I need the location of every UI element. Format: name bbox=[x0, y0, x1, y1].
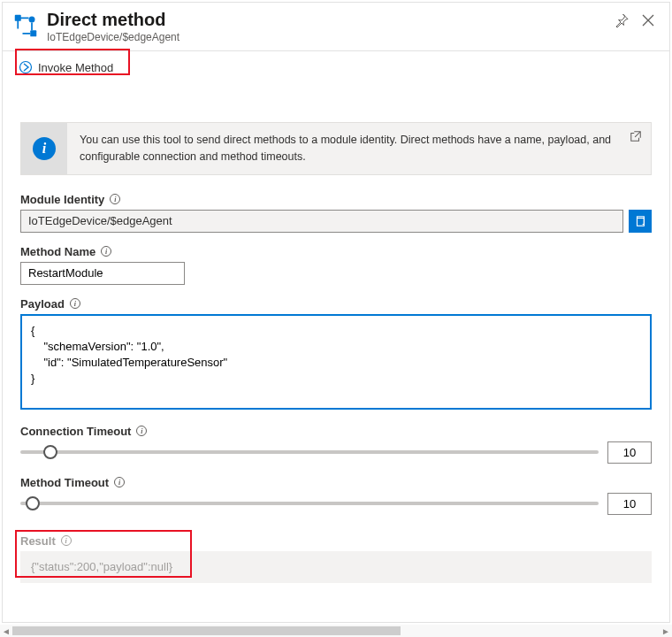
close-icon[interactable] bbox=[641, 13, 655, 27]
horizontal-scrollbar[interactable]: ◄ ► bbox=[0, 625, 672, 637]
payload-label: Payload bbox=[20, 297, 65, 311]
panel-content: i You can use this tool to send direct m… bbox=[3, 83, 669, 613]
scroll-right-icon[interactable]: ► bbox=[660, 625, 672, 637]
info-icon-box: i bbox=[21, 123, 67, 174]
info-text: You can use this tool to send direct met… bbox=[67, 123, 651, 174]
invoke-method-label: Invoke Method bbox=[38, 61, 113, 74]
result-field: Result i {"status":200,"payload":null} bbox=[20, 534, 652, 583]
module-identity-input bbox=[20, 210, 623, 233]
method-timeout-field: Method Timeout i bbox=[20, 476, 652, 515]
result-label: Result bbox=[20, 534, 56, 548]
svg-point-2 bbox=[29, 17, 35, 23]
info-icon: i bbox=[33, 137, 56, 160]
scroll-left-icon[interactable]: ◄ bbox=[0, 625, 12, 637]
tooltip-icon[interactable]: i bbox=[101, 246, 111, 257]
result-output: {"status":200,"payload":null} bbox=[20, 551, 652, 583]
svg-rect-0 bbox=[15, 15, 21, 21]
tooltip-icon[interactable]: i bbox=[114, 477, 125, 487]
copy-button[interactable] bbox=[629, 210, 652, 233]
panel-header: Direct method IoTEdgeDevice/$edgeAgent bbox=[3, 3, 669, 51]
toolbar: Invoke Method bbox=[3, 51, 669, 83]
scrollbar-thumb[interactable] bbox=[12, 626, 401, 635]
external-link-icon[interactable] bbox=[630, 130, 642, 142]
module-identity-field: Module Identity i bbox=[20, 193, 652, 233]
connection-timeout-label: Connection Timeout bbox=[20, 425, 131, 438]
slider-thumb[interactable] bbox=[26, 496, 40, 510]
svg-rect-1 bbox=[30, 30, 36, 36]
method-timeout-label: Method Timeout bbox=[20, 476, 109, 489]
direct-method-panel: Direct method IoTEdgeDevice/$edgeAgent I… bbox=[2, 2, 670, 623]
connection-timeout-field: Connection Timeout i bbox=[20, 425, 652, 464]
panel-subtitle: IoTEdgeDevice/$edgeAgent bbox=[47, 31, 615, 43]
iot-identity-icon bbox=[13, 13, 38, 38]
svg-point-3 bbox=[20, 62, 32, 73]
connection-timeout-value[interactable] bbox=[607, 441, 652, 464]
panel-title: Direct method bbox=[47, 10, 615, 30]
payload-field: Payload i bbox=[20, 297, 652, 412]
info-banner: i You can use this tool to send direct m… bbox=[20, 122, 652, 175]
tooltip-icon[interactable]: i bbox=[70, 298, 80, 309]
method-name-input[interactable] bbox=[20, 262, 185, 285]
invoke-method-button[interactable]: Invoke Method bbox=[13, 57, 118, 78]
connection-timeout-slider[interactable] bbox=[20, 443, 599, 461]
module-identity-label: Module Identity bbox=[20, 193, 104, 206]
slider-thumb[interactable] bbox=[43, 445, 57, 459]
tooltip-icon[interactable]: i bbox=[136, 426, 147, 436]
pin-icon[interactable] bbox=[615, 13, 629, 27]
tooltip-icon[interactable]: i bbox=[110, 194, 120, 204]
method-timeout-slider[interactable] bbox=[20, 495, 599, 512]
payload-textarea[interactable] bbox=[20, 314, 652, 410]
method-name-label: Method Name bbox=[20, 245, 95, 258]
method-name-field: Method Name i bbox=[20, 245, 652, 285]
tooltip-icon[interactable]: i bbox=[61, 535, 72, 546]
method-timeout-value[interactable] bbox=[607, 493, 652, 515]
invoke-arrow-icon bbox=[19, 60, 33, 74]
